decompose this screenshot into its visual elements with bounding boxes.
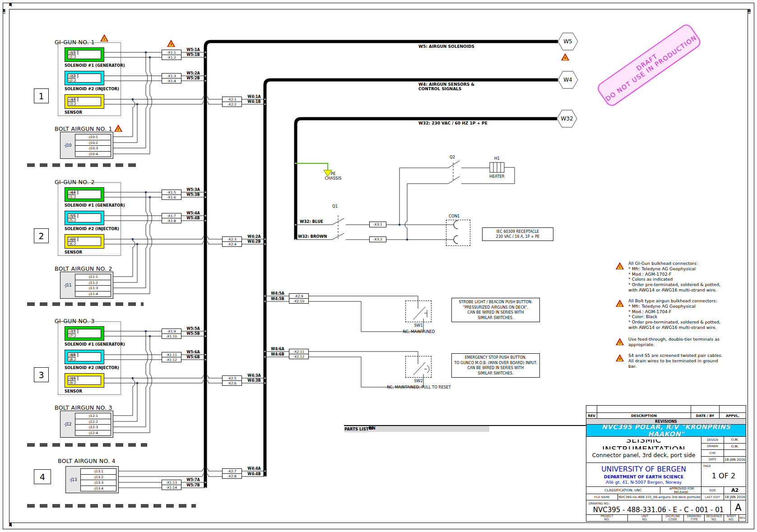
terminal-block: -X1:3-X1:4	[162, 73, 181, 83]
terminal-block: -X2:3-X2:4	[222, 236, 242, 247]
wire-label: W5:7B	[182, 483, 204, 487]
wire-label: W5:1B	[182, 53, 204, 57]
connector-caption: SOLENOID #1 (GENERATOR)	[65, 342, 125, 347]
design-value: O.M.	[724, 436, 746, 444]
wire-label: W5:7A	[182, 478, 204, 482]
breaker-links	[338, 162, 453, 239]
date-value: 18 JAN 2016	[724, 456, 746, 463]
connector-caption: SENSOR	[65, 250, 82, 254]
rev-value: A	[730, 500, 746, 515]
cable-buses	[205, 42, 558, 488]
connector-generator: -J7-J7:1-J7:2	[65, 326, 104, 341]
page-value: 1 OF 2	[701, 470, 746, 481]
sheet-no-label: SHEET NO.	[724, 514, 739, 522]
drawing-title: SEISMIC INSTRUMENTATION	[586, 439, 701, 449]
sw2-mode: NC, MAINTAINED, PULL TO RESET	[366, 385, 472, 389]
bolt-connector: -J10 -J10:1-J10:2-J10:3-J10:4	[60, 132, 113, 159]
title-block: REV DESCRIPTION DATE / BY APPVL. REVISIO…	[586, 405, 746, 522]
warning-triangle-icon: 4	[616, 354, 624, 361]
connector-caption: SOLENOID #2 (INJECTOR)	[65, 227, 119, 231]
design-label: DESIGN	[701, 436, 724, 444]
sw1-mode: NC, MAINTAINED	[378, 329, 460, 334]
wire-label: W5:6B	[182, 355, 204, 359]
size-value: A2	[724, 486, 746, 494]
terminal-block: -X2:1-X2:2	[222, 97, 242, 107]
cable-tag-w5: W5	[558, 38, 578, 45]
separator	[27, 163, 140, 167]
dateby-col: DATE / BY	[691, 412, 720, 419]
drawing-sheet: 12345678 12345678 ABCDEF ABCDEF	[0, 0, 757, 532]
warning-triangle-icon: 4	[561, 53, 569, 60]
terminal-block: -X1:1-X1:2	[162, 50, 181, 60]
wire-label: W5:2A	[182, 71, 204, 75]
zone-number: 1	[34, 88, 49, 103]
drawing-no-label: DRAWING NO.:	[589, 502, 610, 505]
wire-label: W5:4A	[182, 211, 204, 215]
bolt-connector: -J13 -J13:1-J13:2-J13:3-J13:4	[65, 466, 119, 493]
con1-label: CON1	[449, 214, 460, 218]
warning-triangle-icon: 2	[114, 125, 122, 132]
wire-label: W4:2A	[243, 235, 265, 239]
wire-label: W4:4B	[243, 472, 265, 476]
classification: CLASSIFICATION: UNC	[586, 486, 660, 494]
wire-label: W5:5B	[182, 332, 204, 336]
connector-sensor: -J3-J3:1-J3:2	[65, 94, 104, 109]
note-text: S4 and S5 are screened twisted pair cabl…	[628, 353, 723, 369]
cable-tag-w32: W32	[557, 116, 577, 122]
wire-label: W5:1A	[182, 48, 204, 52]
lastedit-value: 18 JAN 2016	[724, 494, 746, 500]
unit-no-label: UNIT NO.	[627, 514, 662, 522]
lastedit-label: LAST EDIT	[701, 494, 724, 500]
warning-triangle-icon: 1	[616, 262, 624, 269]
wire-label: W5:5A	[182, 327, 204, 331]
bolt-airgun-title: BOLT AIRGUN NO. 3	[55, 404, 112, 411]
appvl-col: APPVL.	[719, 412, 746, 419]
cable-tag-w4: W4	[558, 77, 578, 83]
connector-caption: SOLENOID #2 (INJECTOR)	[65, 87, 119, 91]
date-label: DATE	[701, 456, 724, 463]
w32-blue-label: W32: BLUE	[300, 219, 323, 224]
sw1-switch-outline	[405, 301, 432, 322]
drawing-type-label: DRAWING TYPE	[683, 514, 705, 522]
wire-label: W4:2B	[243, 240, 265, 244]
h1-label: H1	[492, 156, 502, 161]
chk-label: CHK	[701, 449, 724, 457]
project-no-label: PROJECT NO.	[586, 514, 628, 522]
connector-caption: SENSOR	[65, 110, 82, 115]
connector-caption: SENSOR	[65, 389, 82, 393]
sw1-note: STROBE LIGHT / BEACON PUSH BUTTON. "PRES…	[451, 298, 540, 322]
wire-label: W4:6B	[267, 352, 288, 356]
org-address: Allé gt. 41, N-5007 Bergen, Norway	[586, 479, 701, 485]
terminal-x3-2: -X3:2	[369, 236, 386, 242]
warning-triangle-icon: 3	[167, 40, 175, 47]
warning-triangle-icon: 2	[616, 300, 624, 307]
separator	[27, 504, 196, 508]
zone-number: 3	[34, 367, 49, 382]
drawing-subtitle: Connector panel, 3rd deck, port side	[586, 451, 701, 458]
cable-label-w5: W5: AIRGUN SOLENOIDS	[418, 44, 474, 49]
bolt-connector: -J11 -J11:1-J11:2-J11:3-J11:4	[60, 272, 113, 299]
wire-label: W4:5A	[267, 291, 288, 296]
terminal-x3-1: -X3:1	[369, 222, 386, 227]
drawn-label: DRAWN	[701, 443, 724, 450]
connector-injector: -J8-J8:1-J8:2	[65, 350, 104, 364]
dicipline-code-label: DICIPLINE CODE	[662, 514, 684, 522]
sw2-tag: SW2	[405, 379, 432, 383]
separator	[27, 302, 144, 306]
wire-label: W4:1A	[243, 95, 265, 99]
drawn-value: O.M.	[724, 443, 746, 450]
wire-label: W5:6A	[182, 350, 204, 354]
parts-list: CON1 1 Eaton Crouse-Hinds GH316MI6W IEC …	[344, 425, 586, 426]
wire-label: W4:1B	[243, 100, 265, 104]
wire-label: W4:5B	[267, 297, 288, 301]
terminal-block: -X1:5-X1:6	[162, 190, 181, 200]
connector-caption: SOLENOID #1 (GENERATOR)	[65, 63, 125, 68]
chk-value	[724, 449, 746, 457]
w32-brown-label: W32: BROWN	[298, 234, 327, 239]
warning-triangle-icon: 1	[100, 34, 108, 42]
connector-injector: -J2-J2:1-J2:2	[65, 71, 104, 85]
iec-receptacle-note: IEC 60309 RECEPTACLE 230 VAC / 16 A, 1P …	[482, 227, 553, 241]
filename-value: NVC395-no-488-331_06-airguns-3rd-deck-po…	[618, 494, 701, 500]
note-text: Use feed-through, double-tier terminals …	[628, 337, 723, 347]
note-text: All Bolt type airgun bulkhead connectors…	[628, 298, 723, 330]
